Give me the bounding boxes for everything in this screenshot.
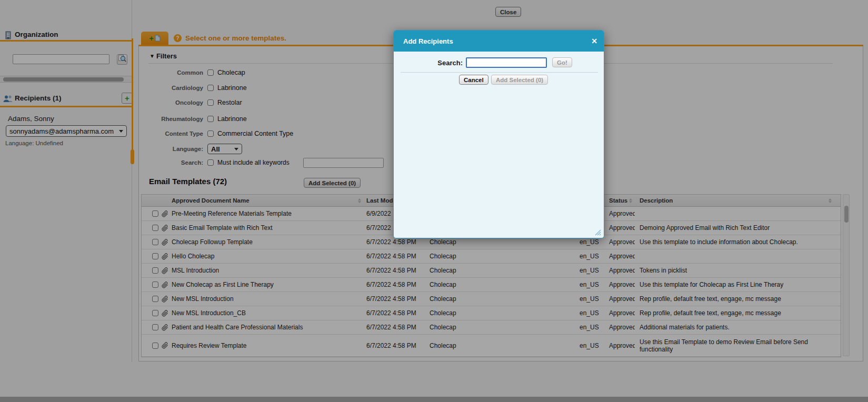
- cancel-button[interactable]: Cancel: [459, 75, 488, 85]
- resize-handle-icon[interactable]: [594, 228, 601, 236]
- send-email-page: Approved Email Send Email Close Organiza…: [0, 0, 868, 402]
- modal-header[interactable]: Add Recipients ✕: [394, 31, 604, 52]
- go-button[interactable]: Go!: [552, 57, 572, 67]
- modal-title: Add Recipients: [403, 37, 453, 45]
- close-icon[interactable]: ✕: [591, 37, 597, 45]
- modal-add-selected-button[interactable]: Add Selected (0): [491, 75, 548, 85]
- add-recipients-modal: Add Recipients ✕ Search: Go! Cancel Add …: [393, 30, 604, 238]
- modal-search-input[interactable]: [466, 57, 547, 68]
- modal-search-label: Search:: [394, 59, 463, 67]
- modal-divider: [401, 72, 598, 73]
